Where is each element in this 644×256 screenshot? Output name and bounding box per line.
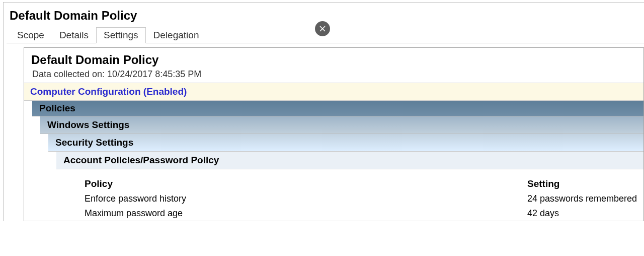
- section-policies[interactable]: Policies: [32, 101, 643, 116]
- table-row: Enforce password history 24 passwords re…: [85, 191, 643, 206]
- policy-table: Policy Setting Enforce password history …: [85, 176, 643, 221]
- table-header: Policy Setting: [85, 176, 643, 191]
- close-overlay-button[interactable]: [315, 21, 330, 36]
- header-setting: Setting: [527, 178, 643, 189]
- section-computer-configuration[interactable]: Computer Configuration (Enabled): [24, 83, 643, 101]
- section-windows-settings[interactable]: Windows Settings: [40, 116, 643, 134]
- cell-policy: Enforce password history: [85, 194, 527, 204]
- collected-label: Data collected on:: [32, 69, 105, 79]
- header-policy: Policy: [85, 178, 527, 189]
- settings-report: Default Domain Policy Data collected on:…: [24, 47, 644, 221]
- cell-policy: Maximum password age: [85, 208, 527, 219]
- close-icon: [319, 26, 326, 32]
- cell-setting: 42 days: [527, 208, 643, 219]
- cell-setting: 24 passwords remembered: [527, 194, 643, 204]
- tab-delegation[interactable]: Delegation: [146, 27, 207, 43]
- section-security-settings[interactable]: Security Settings: [48, 134, 643, 152]
- tab-settings[interactable]: Settings: [96, 27, 146, 43]
- tab-scope[interactable]: Scope: [10, 27, 52, 43]
- table-row: Maximum password age 42 days: [85, 206, 643, 221]
- report-title: Default Domain Policy: [31, 53, 636, 67]
- collected-value: 10/24/2017 8:45:35 PM: [107, 69, 201, 79]
- section-account-policies[interactable]: Account Policies/Password Policy: [56, 152, 643, 169]
- report-collected: Data collected on: 10/24/2017 8:45:35 PM: [31, 67, 636, 80]
- tab-details[interactable]: Details: [52, 27, 96, 43]
